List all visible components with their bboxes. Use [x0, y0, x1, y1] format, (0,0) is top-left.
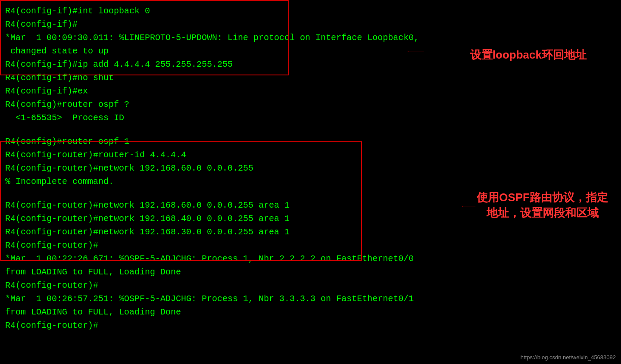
terminal-line-23: *Mar 1 00:26:57.251: %OSPF-5-ADJCHG: Pro… — [5, 292, 616, 305]
terminal-line-2: R4(config-if)# — [5, 18, 616, 31]
terminal-line-22: R4(config-router)# — [5, 279, 616, 292]
terminal-line-24: from LOADING to FULL, Loading Done — [5, 305, 616, 319]
terminal-line-14: % Incomplete command. — [5, 175, 616, 188]
terminal-line-18: R4(config-router)#network 192.168.30.0 0… — [5, 225, 616, 239]
terminal-line-6: R4(config-if)#no shut — [5, 71, 616, 84]
terminal-line-7: R4(config-if)#ex — [5, 84, 616, 98]
terminal-line-3: *Mar 1 00:09:30.011: %LINEPROTO-5-UPDOWN… — [5, 31, 616, 44]
annotation-loopback: 设置loopback环回地址 — [470, 47, 587, 62]
terminal-line-8: R4(config)#router ospf ? — [5, 98, 616, 111]
terminal-line-20: *Mar 1 00:22:26.671: %OSPF-5-ADJCHG: Pro… — [5, 252, 616, 265]
terminal-line-1: R4(config-if)#int loopback 0 — [5, 4, 616, 18]
terminal-line-9: <1-65535> Process ID — [5, 111, 616, 124]
terminal-line-11: R4(config)#router ospf 1 — [5, 135, 616, 148]
terminal-line-19: R4(config-router)# — [5, 239, 616, 252]
terminal-line-25: R4(config-router)# — [5, 319, 616, 332]
footer-url: https://blog.csdn.net/weixin_45683092 — [521, 354, 616, 361]
terminal-line-21: from LOADING to FULL, Loading Done — [5, 265, 616, 279]
terminal-line-12: R4(config-router)#router-id 4.4.4.4 — [5, 148, 616, 162]
annotation-ospf: 使用OSPF路由协议，指定 地址，设置网段和区域 — [477, 190, 608, 221]
terminal-line-13: R4(config-router)#network 192.168.60.0 0… — [5, 162, 616, 175]
